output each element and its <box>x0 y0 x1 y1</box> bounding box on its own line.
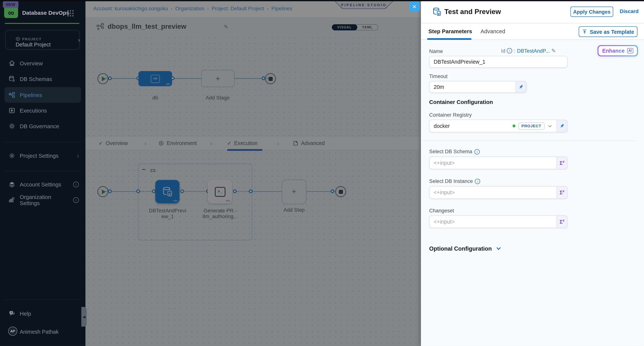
scope-badge: PROJECT <box>518 122 544 130</box>
divider <box>5 300 80 300</box>
divider <box>5 171 80 171</box>
info-icon: i <box>474 149 480 154</box>
step-id-row: Id i : DBTestAndP... ✎ <box>501 48 556 54</box>
cube-icon <box>16 36 20 41</box>
sidebar-item-account-settings[interactable]: Account Settings i <box>0 177 86 192</box>
info-icon: i <box>73 197 79 203</box>
svg-text:?: ? <box>11 311 12 314</box>
chevron-down-icon[interactable] <box>548 124 552 128</box>
optional-config-toggle[interactable]: Optional Configuration <box>429 245 502 252</box>
sidebar-item-db-schemas[interactable]: DB Schemas <box>0 71 86 87</box>
pin-input-type-button[interactable] <box>516 81 526 92</box>
modal-backdrop[interactable] <box>86 0 421 346</box>
chevron-right-icon: › <box>77 153 79 159</box>
edit-id-icon[interactable]: ✎ <box>552 48 556 54</box>
project-name: Default Project <box>16 42 51 48</box>
name-input[interactable] <box>430 56 567 67</box>
db-schema-input[interactable] <box>430 157 556 169</box>
pin-input-type-button[interactable] <box>556 120 567 132</box>
user-name[interactable]: Animesh Pathak <box>20 329 58 335</box>
db-instance-label: Select DB Instance i <box>429 178 480 184</box>
layers-icon <box>8 181 15 188</box>
enhance-ai-button[interactable]: Enhance AI <box>598 45 638 56</box>
project-label: PROJECT <box>16 36 42 41</box>
drawer-tabs: Step Parameters Advanced Save as Templat… <box>421 23 644 40</box>
help-chat-icon: ? <box>8 310 15 317</box>
timeout-label: Timeout <box>429 74 448 79</box>
gear-icon <box>8 152 15 159</box>
chevron-right-icon: › <box>78 36 80 43</box>
org-icon <box>8 197 15 204</box>
db-step-icon <box>432 7 442 17</box>
active-tab-underline <box>427 38 472 40</box>
expression-input-type-button[interactable]: Σx <box>556 186 567 198</box>
sidebar-item-help[interactable]: ? Help <box>0 306 86 321</box>
expression-input-type-button[interactable]: Σx <box>556 157 567 169</box>
product-title: Database DevOps <box>22 10 70 16</box>
apply-changes-button[interactable]: Apply Changes <box>570 6 613 17</box>
timeout-input[interactable] <box>430 81 516 92</box>
step-id-value[interactable]: DBTestAndP... <box>517 48 550 54</box>
window-top-strip <box>0 0 644 1</box>
tab-step-parameters[interactable]: Step Parameters <box>428 28 472 34</box>
upload-icon <box>582 29 587 34</box>
name-label: Name <box>429 48 443 54</box>
sidebar-item-pipelines[interactable]: Pipelines <box>4 87 81 103</box>
pipelines-icon <box>8 92 15 98</box>
save-as-template-button[interactable]: Save as Template <box>579 26 638 37</box>
governance-icon <box>8 123 15 129</box>
project-selector[interactable]: PROJECT Default Project › <box>6 30 80 50</box>
sidebar-collapse-handle[interactable]: ◀ <box>81 307 87 327</box>
executions-icon <box>8 107 15 114</box>
drawer-header: Test and Preview Apply Changes Discard <box>421 0 644 23</box>
connectivity-status-dot <box>512 124 515 127</box>
expression-input-type-button[interactable]: Σx <box>556 216 567 228</box>
changeset-label: Changeset <box>429 208 454 214</box>
info-icon: i <box>73 182 79 187</box>
container-registry-label: Container Registry <box>429 112 472 118</box>
info-icon: i <box>507 48 512 54</box>
db-instance-field: Σx <box>429 186 568 199</box>
container-config-heading: Container Configuration <box>429 99 493 105</box>
sidebar-item-db-governance[interactable]: DB Governance <box>0 118 86 134</box>
timeout-field <box>429 81 527 93</box>
step-config-drawer: Test and Preview Apply Changes Discard S… <box>421 0 644 346</box>
sidebar: NEW ∞ Database DevOps PROJECT Default Pr… <box>0 0 86 346</box>
sidebar-item-executions[interactable]: Executions <box>0 103 86 118</box>
brand-divider <box>5 23 79 24</box>
app-root: NEW ∞ Database DevOps PROJECT Default Pr… <box>0 0 644 346</box>
drawer-title: Test and Preview <box>444 8 501 16</box>
divider <box>423 140 636 141</box>
changeset-input[interactable] <box>430 216 556 228</box>
app-switcher-icon[interactable] <box>67 10 74 16</box>
user-avatar[interactable]: AP <box>8 326 17 336</box>
registry-value: docker <box>434 123 450 129</box>
divider <box>5 142 80 142</box>
db-instance-input[interactable] <box>430 186 556 198</box>
sidebar-item-overview[interactable]: Overview <box>0 56 86 71</box>
container-registry-field[interactable]: docker PROJECT <box>429 120 568 132</box>
pin-icon <box>518 84 524 90</box>
close-drawer-button[interactable]: ✕ <box>409 1 420 12</box>
sidebar-item-organization-settings[interactable]: Organization Settings i <box>0 192 86 208</box>
close-icon: ✕ <box>412 4 416 10</box>
db-schema-label: Select DB Schema i <box>429 149 480 154</box>
pin-icon <box>559 123 565 128</box>
new-badge: NEW <box>3 1 18 8</box>
step-parameters-form: Name Id i : DBTestAndP... ✎ Enhance AI T… <box>421 40 644 346</box>
sidebar-item-project-settings[interactable]: Project Settings › <box>0 148 86 164</box>
discard-button[interactable]: Discard <box>620 8 638 14</box>
db-schema-field: Σx <box>429 156 568 169</box>
home-icon <box>8 60 15 66</box>
info-icon: i <box>475 178 480 184</box>
name-field <box>429 56 568 68</box>
chevron-down-icon <box>496 246 502 252</box>
ai-badge: AI <box>627 48 633 54</box>
db-schema-icon <box>8 76 15 82</box>
changeset-field: Σx <box>429 215 568 228</box>
tab-advanced[interactable]: Advanced <box>480 28 505 34</box>
